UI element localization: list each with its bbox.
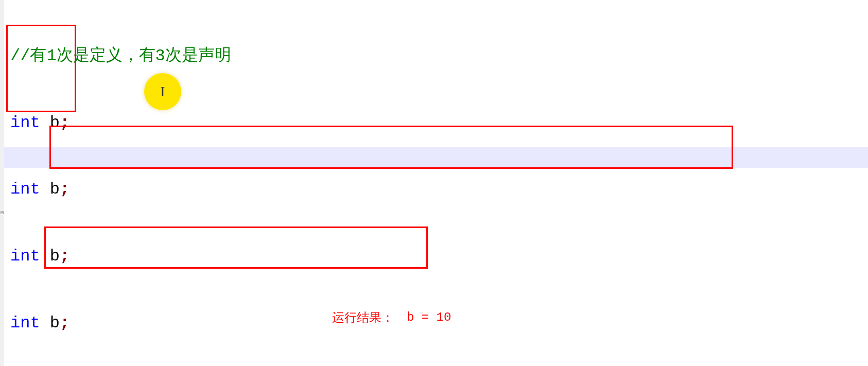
run-result-value: b = 10 — [407, 309, 451, 326]
cursor-spotlight-icon: I — [144, 73, 181, 110]
comment-text: //有1次是定义，有3次是声明 — [10, 45, 231, 68]
gutter-bar — [0, 0, 4, 366]
code-line: int b; — [10, 113, 868, 133]
fold-marker-icon[interactable]: ⊟ — [0, 210, 4, 216]
run-result-label: 运行结果： — [332, 309, 394, 326]
code-line: int b; — [10, 246, 868, 267]
code-line: int b; — [10, 180, 868, 200]
code-line: //有1次是定义，有3次是声明 — [10, 46, 868, 67]
